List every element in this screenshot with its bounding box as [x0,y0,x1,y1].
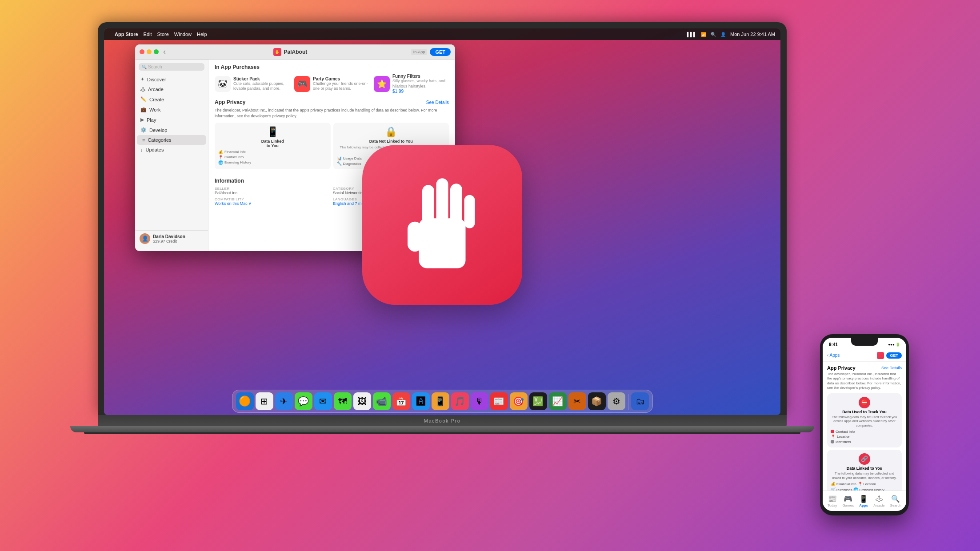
iphone-nav-icons: GET [877,352,902,359]
iphone-wrapper: 9:41 ●●● 🔋 ‹ Apps GET App Privacy See De… [820,334,909,515]
app-icon-overlay [362,145,522,305]
back-button[interactable]: ‹ [163,47,166,56]
play-icon: ▶ [140,117,144,123]
titlebar-right: In-App GET [411,48,451,56]
sidebar-label-categories: Categories [148,137,171,143]
see-details-link[interactable]: See Details [426,100,449,105]
search-placeholder-text: Search [148,64,162,69]
search-bar[interactable]: 🔍 Search [139,63,204,71]
linked-items: 💰 Financial Info 📍 Contact Info 🌐 Browsi… [218,150,327,165]
sidebar-label-discover: Discover [147,77,166,82]
iphone-linked-block: 🔗 Data Linked to You The following data … [827,450,902,491]
funny-filters-icon: ⭐ [374,76,390,92]
window-titlebar: ‹ ✋ PalAbout In-App GET [135,44,455,60]
menu-help[interactable]: Help [197,32,207,37]
macbook: App Store Edit Store Window Help ▌▌▌ 📶 🔍… [98,22,787,434]
iphone-privacy-title: App Privacy [827,365,856,371]
menu-store[interactable]: Store [157,32,169,37]
dock-safari[interactable]: ✈ [275,392,293,410]
sidebar-label-work: Work [149,107,160,112]
sidebar-label-create: Create [149,97,164,102]
seller-info: Seller PalAbout Inc. [215,187,331,195]
iphone-back-link[interactable]: ‹ Apps [827,353,840,358]
sidebar-item-categories[interactable]: ≡ Categories [137,135,206,145]
iphone-device: 9:41 ●●● 🔋 ‹ Apps GET App Privacy See De… [820,334,909,515]
dock-mail[interactable]: ✉ [314,392,332,410]
dock-finder[interactable]: 🟠 [236,392,254,410]
search-menu-icon[interactable]: 🔍 [711,32,716,37]
macbook-base [70,426,814,432]
dock-reminders[interactable]: 🎯 [510,392,528,410]
menu-bar: App Store Edit Store Window Help ▌▌▌ 📶 🔍… [104,28,780,40]
compatibility-label: Compatibility [215,197,331,201]
dock-system-pref[interactable]: ⚙ [608,392,625,410]
not-linked-icon: 🔒 [337,126,446,138]
iap-item-filters: ⭐ Funny Filters Silly glasses, wacky hat… [374,74,449,94]
dock-news[interactable]: 📰 [490,392,508,410]
dock-container: 🟠 ⊞ ✈ 💬 ✉ 🗺 🖼 📹 📅 🅰 📱 🎵 🎙 📰 [104,390,780,413]
sticker-pack-desc: Cute cats, adorable puppies, lovable pan… [233,81,290,92]
iphone-time: 9:41 [829,342,838,347]
iphone-notch [851,338,878,346]
dock-arcade-dock[interactable]: 📦 [588,392,606,410]
sidebar-item-create[interactable]: ✏️ Create [135,94,208,104]
dock-stocks[interactable]: 💹 [529,392,547,410]
get-button[interactable]: GET [430,48,451,56]
dock-maps[interactable]: 🗺 [334,392,352,410]
dock-facetime[interactable]: 📹 [373,392,391,410]
dock-photos[interactable]: 🖼 [353,392,371,410]
iphone-get-button[interactable]: GET [886,352,902,359]
apps-tab-icon: 📱 [859,495,868,503]
dock-numbers[interactable]: 📈 [549,392,567,410]
svg-rect-1 [408,222,422,252]
dock-messages[interactable]: 💬 [295,392,312,410]
iphone-nav-bar: ‹ Apps GET [823,349,906,362]
sticker-pack-info: Sticker Pack Cute cats, adorable puppies… [233,76,290,92]
user-details: Darla Davidson $29.97 Credit [153,234,185,244]
dock-launchpad[interactable]: ⊞ [256,392,273,410]
dock-contacts[interactable]: 📱 [432,392,449,410]
dock-podcasts[interactable]: 🎙 [471,392,488,410]
linked-item-browsing: 🌐 Browsing History [853,487,884,491]
dock-keynote[interactable]: ✂ [568,392,586,410]
arcade-tab-label: Arcade [873,503,884,507]
sidebar-item-updates[interactable]: ↓ Updates [135,145,208,155]
iphone-see-details[interactable]: See Details [881,366,902,370]
iphone-tab-search[interactable]: 🔍 Search [890,495,901,507]
apps-tab-label: Apps [859,503,868,507]
macbook-label: MacBook Pro [424,418,461,423]
funny-filters-name: Funny Filters [392,74,449,79]
sidebar-item-arcade[interactable]: 🕹 Arcade [135,84,208,94]
sidebar: 🔍 Search ✦ Discover 🕹 Arcade [135,60,208,251]
track-item-identifiers: Identifiers [831,440,898,444]
close-button[interactable] [140,49,144,54]
sidebar-item-develop[interactable]: ⚙️ Develop [135,125,208,135]
funny-filters-price: $1.99 [392,89,449,94]
menu-app-store[interactable]: App Store [115,32,138,37]
sidebar-item-work[interactable]: 💼 Work [135,104,208,115]
iphone-tab-arcade[interactable]: 🕹 Arcade [873,495,884,507]
main-wrapper: App Store Edit Store Window Help ▌▌▌ 📶 🔍… [0,0,980,551]
iphone-tab-apps[interactable]: 📱 Apps [859,495,868,507]
iphone-tab-games[interactable]: 🎮 Games [842,495,854,507]
dock-music[interactable]: 🎵 [451,392,469,410]
minimize-button[interactable] [147,49,152,54]
dock-finder-folder[interactable]: 🗂 [631,392,649,410]
arcade-icon: 🕹 [140,87,145,92]
iphone-track-title: Data Used to Track You [831,410,898,414]
iphone-tab-today[interactable]: 📰 Today [828,495,837,507]
seller-label: Seller [215,187,331,191]
party-games-name: Party Games [313,76,369,81]
party-games-icon: 🎮 [294,76,310,92]
svg-rect-2 [422,185,434,225]
dock-appstore[interactable]: 🅰 [412,392,430,410]
sidebar-item-discover[interactable]: ✦ Discover [135,74,208,84]
linked-title: Data Linkedto You [218,139,327,148]
maximize-button[interactable] [154,49,159,54]
party-games-desc: Challenge your friends one-on-one or pla… [313,81,369,92]
dock-calendar[interactable]: 📅 [392,392,410,410]
menu-window[interactable]: Window [174,32,192,37]
sidebar-item-play[interactable]: ▶ Play [135,115,208,125]
menu-edit[interactable]: Edit [144,32,152,37]
develop-icon: ⚙️ [140,127,147,133]
